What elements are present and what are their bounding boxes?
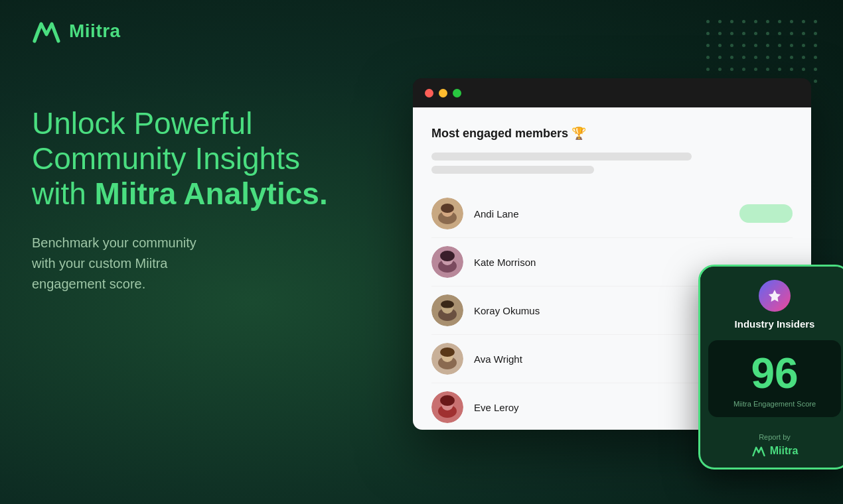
avatar-andi bbox=[431, 198, 463, 229]
member-name-andi: Andi Lane bbox=[474, 208, 739, 220]
score-card-inner: 96 Miitra Engagement Score bbox=[708, 340, 841, 417]
titlebar-dot-green bbox=[453, 89, 461, 97]
panel-title: Most engaged members 🏆 bbox=[431, 126, 793, 141]
score-card: Industry Insiders 96 Miitra Engagement S… bbox=[698, 265, 843, 470]
skeleton-bar-long bbox=[431, 153, 692, 160]
skeleton-bar-short bbox=[431, 166, 594, 174]
score-card-top: Industry Insiders bbox=[700, 267, 843, 340]
titlebar-dot-red bbox=[425, 89, 433, 97]
svg-point-3 bbox=[441, 204, 454, 213]
header: Miitra bbox=[32, 19, 121, 44]
avatar-kate bbox=[431, 246, 463, 278]
avatar-koray bbox=[431, 294, 463, 326]
svg-point-11 bbox=[441, 300, 454, 308]
svg-point-16 bbox=[440, 347, 455, 357]
hero-section: Unlock Powerful Community Insights with … bbox=[32, 106, 350, 294]
brand-name: Miitra bbox=[69, 21, 121, 42]
browser-titlebar bbox=[413, 78, 811, 107]
footer-brand-name: Miitra bbox=[770, 445, 799, 457]
score-label: Miitra Engagement Score bbox=[719, 400, 830, 408]
list-item: Andi Lane bbox=[431, 190, 793, 238]
avatar-eve bbox=[431, 391, 463, 423]
svg-point-20 bbox=[440, 395, 455, 406]
footer-logo: Miitra bbox=[711, 445, 838, 457]
titlebar-dot-yellow bbox=[439, 89, 447, 97]
report-by-text: Report by bbox=[711, 433, 838, 441]
avatar-ava bbox=[431, 343, 463, 375]
svg-point-7 bbox=[440, 251, 455, 261]
community-name: Industry Insiders bbox=[735, 318, 815, 330]
engagement-score: 96 bbox=[719, 352, 830, 395]
member-action-button-andi[interactable] bbox=[739, 204, 793, 223]
headline: Unlock Powerful Community Insights with … bbox=[32, 106, 350, 212]
score-icon bbox=[759, 280, 791, 312]
browser-window: Most engaged members 🏆 Andi Lane bbox=[413, 78, 811, 430]
score-card-footer: Report by Miitra bbox=[700, 425, 843, 468]
miitra-logo-icon bbox=[32, 19, 61, 44]
svg-rect-12 bbox=[442, 308, 453, 310]
subtext: Benchmark your community with your custo… bbox=[32, 233, 350, 294]
